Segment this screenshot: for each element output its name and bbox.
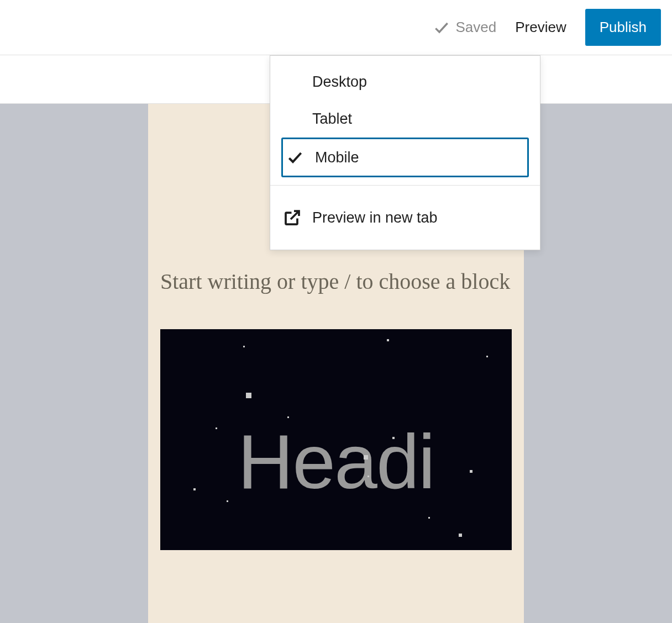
star-particle (392, 437, 395, 439)
dropdown-actions-section: Preview in new tab (270, 186, 540, 250)
dropdown-item-label: Preview in new tab (312, 209, 438, 226)
star-particle (364, 455, 368, 460)
saved-label: Saved (456, 19, 497, 36)
star-particle (428, 517, 430, 519)
dropdown-item-desktop[interactable]: Desktop (270, 64, 540, 101)
dropdown-item-label: Tablet (312, 110, 352, 128)
dropdown-device-section: Desktop Tablet Mobile (270, 56, 540, 185)
dropdown-item-mobile[interactable]: Mobile (281, 138, 529, 177)
dropdown-item-label: Desktop (312, 73, 367, 91)
block-placeholder[interactable]: Start writing or type / to choose a bloc… (148, 263, 524, 300)
external-link-icon (282, 208, 302, 228)
dropdown-item-preview-new-tab[interactable]: Preview in new tab (270, 198, 540, 237)
star-particle (243, 346, 245, 347)
cover-heading[interactable]: Headi (238, 417, 434, 506)
cover-block[interactable]: Headi (160, 329, 512, 550)
svg-line-0 (291, 211, 299, 219)
star-particle (459, 534, 462, 537)
star-particle (227, 500, 228, 502)
star-particle (216, 427, 217, 429)
star-particle (246, 393, 251, 398)
star-particle (287, 416, 289, 418)
dropdown-item-tablet[interactable]: Tablet (270, 101, 540, 138)
editor-top-bar: Saved Preview Publish (0, 0, 672, 55)
check-icon (285, 147, 305, 167)
star-particle (486, 356, 488, 357)
star-particle (368, 476, 369, 477)
check-icon (433, 19, 450, 36)
saved-status: Saved (433, 19, 497, 36)
preview-dropdown: Desktop Tablet Mobile Preview in ne (270, 55, 540, 250)
star-particle (193, 488, 196, 490)
preview-button[interactable]: Preview (508, 13, 573, 41)
star-particle (387, 339, 389, 341)
star-particle (470, 470, 473, 473)
publish-button[interactable]: Publish (585, 9, 661, 46)
dropdown-item-label: Mobile (315, 149, 359, 166)
